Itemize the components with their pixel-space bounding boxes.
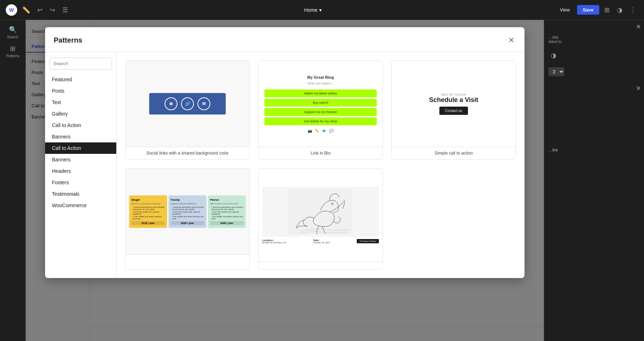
event-location: Location: 82 Main St, Brooklyn, NY	[262, 239, 286, 244]
pricing-family-item2: • Four free tickets per special exhibiti…	[171, 211, 204, 215]
more-options-icon[interactable]: ⋮	[628, 4, 638, 16]
event-info-block: Location: 82 Main St, Brooklyn, NY Date:…	[262, 239, 379, 244]
right-panel-dismiss-button[interactable]: ✕	[636, 84, 641, 92]
pricing-patron-name: Patron	[210, 198, 244, 201]
chevron-down-icon: ▾	[319, 7, 322, 13]
right-panel-close-button[interactable]: ✕	[636, 23, 641, 31]
pattern-card-cta[interactable]: GET IN TOUCH Schedule a Visit Contact us…	[391, 60, 516, 160]
nav-item-testimonials[interactable]: Testimonials	[45, 188, 116, 200]
pricing-family-sub: Support special exhibitions.	[171, 203, 204, 205]
pattern-card-pricing[interactable]: Single Enrich our growing community. • G…	[125, 168, 250, 269]
pricing-family-name: Family	[171, 198, 204, 201]
pricing-patron-price: $400 / year	[210, 221, 244, 225]
pattern-label-event	[259, 262, 382, 269]
sidebar-patterns-label: Patterns	[6, 54, 19, 58]
pricing-single-price: $110 / year	[131, 221, 165, 225]
modal-header: Patterns ✕	[45, 27, 525, 52]
sidebar-item-patterns[interactable]: ⊞ Patterns	[0, 42, 25, 61]
event-illustration	[268, 189, 373, 234]
redo-button[interactable]: ↪	[48, 4, 57, 16]
patterns-sidebar: 🔍 Featured Posts Text Gallery Call to Ac…	[45, 52, 117, 278]
pattern-preview-bio: My Great Blog Write site tagline... Watc…	[259, 61, 382, 147]
pattern-preview-cta: GET IN TOUCH Schedule a Visit Contact us	[392, 61, 516, 147]
nav-item-headers[interactable]: Headers	[45, 165, 116, 177]
pattern-card-bio[interactable]: My Great Blog Write site tagline... Watc…	[258, 60, 383, 160]
wp-logo-icon[interactable]: W	[6, 4, 17, 16]
nav-item-featured[interactable]: Featured	[45, 74, 116, 85]
cta-contact-button[interactable]: Contact us	[439, 107, 468, 115]
nav-item-gallery[interactable]: Gallery	[45, 108, 116, 120]
nav-item-banners2[interactable]: Banners	[45, 154, 116, 165]
bio-edit-icon: ✏️	[315, 129, 319, 133]
bio-blog-name: My Great Blog	[307, 75, 334, 79]
bio-btn-1: Watch my latest videos	[264, 89, 377, 97]
bio-chat-icon: 💬	[329, 129, 333, 133]
right-panel-controls: ◑	[548, 49, 640, 62]
styles-icon[interactable]: ◑	[615, 4, 625, 16]
patterns-icon: ⊞	[10, 45, 15, 53]
pricing-single-item1: • General admission and member discounts…	[131, 206, 165, 210]
right-panel-number: 2 1 3	[548, 67, 640, 76]
nav-item-text[interactable]: Text	[45, 97, 116, 108]
nav-item-call-to-action[interactable]: Call to Action	[45, 120, 116, 131]
link-social-icon: 🔗	[181, 97, 194, 110]
bio-twitter-icon: 🐦	[322, 129, 326, 133]
bio-btn-4: Get tickets for my show	[264, 117, 377, 125]
patterns-modal: Patterns ✕ 🔍 Featured Posts Text Gallery…	[45, 27, 525, 278]
cta-eyebrow: GET IN TOUCH	[441, 93, 466, 96]
pattern-label-bio: Link in Bio	[259, 147, 382, 159]
pattern-preview-pricing: Single Enrich our growing community. • G…	[126, 169, 249, 254]
pricing-single-sub: Enrich our growing community.	[131, 203, 165, 205]
pricing-patron-item1: • General admission and member discounts…	[210, 206, 244, 210]
save-button[interactable]: Save	[577, 5, 599, 15]
bio-btn-2: Buy merch	[264, 99, 377, 107]
email-social-icon: ✉	[197, 97, 210, 110]
event-date: Date: October 24, 2021	[313, 239, 330, 244]
svg-rect-0	[288, 189, 353, 234]
event-details-row: Location: 82 Main St, Brooklyn, NY Date:…	[262, 239, 379, 244]
bio-btn-3: Support me on Patreon	[264, 108, 377, 116]
wp-social-icon: ⊕	[165, 97, 177, 110]
modal-close-button[interactable]: ✕	[507, 34, 516, 46]
toolbar-left: W ✏️ ↩ ↪ ☰	[6, 4, 70, 16]
right-panel-content: …ibledded to ◑ 2 1 3 …the ✕	[548, 35, 640, 152]
modal-overlay: Patterns ✕ 🔍 Featured Posts Text Gallery…	[26, 20, 544, 341]
search-icon: 🔍	[9, 26, 17, 34]
sidebar-search-label: Search	[7, 35, 19, 39]
pattern-label-cta: Simple call to action	[392, 147, 516, 159]
event-location-value: 82 Main St, Brooklyn, NY	[262, 242, 286, 244]
settings-icon[interactable]: ⊞	[602, 4, 612, 16]
undo-button[interactable]: ↩	[35, 4, 45, 16]
pricing-family-item1: • General admission and member discounts…	[171, 206, 204, 210]
contrast-icon[interactable]: ◑	[548, 49, 558, 62]
social-icons-bg: ⊕ 🔗 ✉	[149, 93, 226, 115]
toolbar-center: Home ▾	[304, 7, 321, 13]
event-date-value: October 24, 2021	[313, 242, 330, 244]
pattern-label-pricing	[126, 254, 249, 262]
pattern-preview-social: ⊕ 🔗 ✉	[126, 61, 249, 147]
page-title: Home ▾	[304, 7, 321, 13]
nav-item-call-to-action-active[interactable]: Call to Action	[45, 142, 116, 154]
right-panel-note: …the	[548, 148, 640, 152]
bio-tagline: Write site tagline...	[307, 82, 334, 85]
search-input[interactable]	[50, 58, 112, 69]
view-button[interactable]: View	[556, 5, 574, 15]
nav-item-footers[interactable]: Footers	[45, 177, 116, 188]
cta-preview-content: GET IN TOUCH Schedule a Visit Contact us	[392, 86, 516, 122]
sidebar-item-search[interactable]: 🔍 Search	[0, 23, 25, 42]
nav-item-posts[interactable]: Posts	[45, 85, 116, 97]
event-sketch-image	[262, 187, 379, 237]
list-view-button[interactable]: ☰	[60, 4, 70, 16]
bio-instagram-icon: 📷	[308, 129, 312, 133]
event-location-label: Location:	[262, 239, 286, 242]
pattern-card-social-links[interactable]: ⊕ 🔗 ✉ Social links with a sha	[125, 60, 250, 160]
nav-item-woocommerce[interactable]: WooCommerce	[45, 200, 116, 211]
edit-icon[interactable]: ✏️	[20, 4, 32, 16]
pricing-preview-content: Single Enrich our growing community. • G…	[126, 192, 249, 232]
event-purchase-button[interactable]: Purchase Tickets	[357, 239, 379, 243]
nav-item-banners[interactable]: Banners	[45, 131, 116, 142]
right-panel-description: …ibledded to	[548, 35, 640, 44]
pattern-card-event[interactable]: Location: 82 Main St, Brooklyn, NY Date:…	[258, 168, 383, 269]
pricing-single-item2: • One free ticket per special exhibition	[131, 211, 165, 215]
number-select[interactable]: 2 1 3	[548, 67, 564, 76]
